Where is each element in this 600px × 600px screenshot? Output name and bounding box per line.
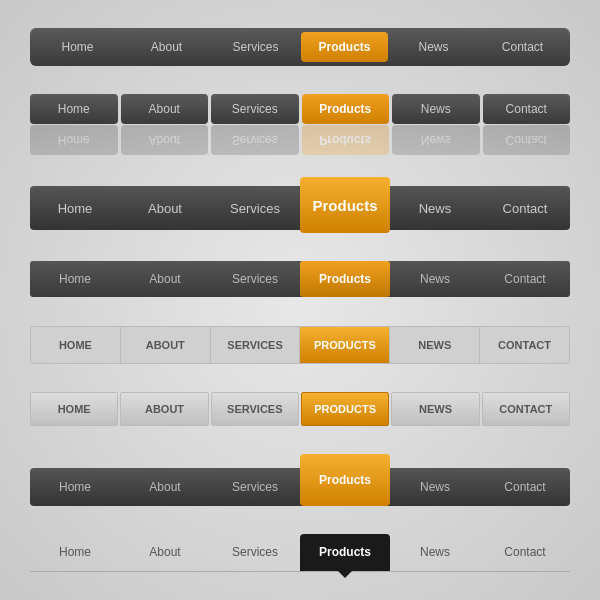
nav-products-5[interactable]: PRODUCTS <box>300 327 390 363</box>
nav-bar-2-wrap: Home About Services Products News Contac… <box>30 94 570 155</box>
nav-5: HOME ABOUT SERVICES PRODUCTS NEWS CONTAC… <box>30 326 570 364</box>
nav-contact-8[interactable]: Contact <box>480 534 570 571</box>
nav-contact[interactable]: Contact <box>479 32 566 62</box>
nav-services[interactable]: Services <box>212 32 299 62</box>
nav-news-7[interactable]: News <box>390 468 480 506</box>
nav-bar-8: Home About Services Products News Contac… <box>30 534 570 572</box>
nav-services-8[interactable]: Services <box>210 534 300 571</box>
nav-1: Home About Services Products News Contac… <box>30 28 570 66</box>
nav-news-8[interactable]: News <box>390 534 480 571</box>
nav-about[interactable]: About <box>123 32 210 62</box>
nav-home-3[interactable]: Home <box>30 186 120 230</box>
nav-products-7[interactable]: Products <box>300 454 390 506</box>
nav-bar-7: Home About Services Products News Contac… <box>30 454 570 506</box>
nav-contact-5[interactable]: CONTACT <box>480 327 569 363</box>
nav-news-4[interactable]: News <box>390 261 480 297</box>
nav-about-6[interactable]: ABOUT <box>120 392 208 426</box>
nav-home[interactable]: Home <box>34 32 121 62</box>
nav-home-8[interactable]: Home <box>30 534 120 571</box>
nav-3: Home About Services Products News Contac… <box>30 186 570 230</box>
nav-products-8[interactable]: Products <box>300 534 390 571</box>
nav-bar-6: HOME ABOUT SERVICES PRODUCTS NEWS CONTAC… <box>30 392 570 426</box>
nav-home-5[interactable]: HOME <box>31 327 121 363</box>
nav-about-4[interactable]: About <box>120 261 210 297</box>
nav-bar-4: Home About Services Products News Contac… <box>30 261 570 297</box>
nav-2: Home About Services Products News Contac… <box>30 94 570 124</box>
nav-services-6[interactable]: SERVICES <box>211 392 299 426</box>
nav-news-6[interactable]: NEWS <box>391 392 479 426</box>
nav-products-4[interactable]: Products <box>300 261 390 297</box>
nav-bar-3: Home About Services Products News Contac… <box>30 183 570 233</box>
nav-4: Home About Services Products News Contac… <box>30 261 570 297</box>
nav-home-7[interactable]: Home <box>30 468 120 506</box>
nav-home-4[interactable]: Home <box>30 261 120 297</box>
nav-about-8[interactable]: About <box>120 534 210 571</box>
nav-about-5[interactable]: ABOUT <box>121 327 211 363</box>
nav-products-2[interactable]: Products <box>302 94 390 124</box>
nav-news-3[interactable]: News <box>390 186 480 230</box>
nav-about-7[interactable]: About <box>120 468 210 506</box>
nav-services-2[interactable]: Services <box>211 94 299 124</box>
nav-contact-6[interactable]: CONTACT <box>482 392 570 426</box>
nav-services-5[interactable]: SERVICES <box>211 327 301 363</box>
nav-news[interactable]: News <box>390 32 477 62</box>
nav-home-2[interactable]: Home <box>30 94 118 124</box>
nav-about-3[interactable]: About <box>120 186 210 230</box>
nav-services-3[interactable]: Services <box>210 186 300 230</box>
nav-services-7[interactable]: Services <box>210 468 300 506</box>
nav-bar-5: HOME ABOUT SERVICES PRODUCTS NEWS CONTAC… <box>30 326 570 364</box>
nav-contact-3[interactable]: Contact <box>480 186 570 230</box>
nav-news-5[interactable]: NEWS <box>390 327 480 363</box>
nav-products[interactable]: Products <box>301 32 388 62</box>
nav-services-4[interactable]: Services <box>210 261 300 297</box>
nav-7: Home About Services Products News Contac… <box>30 468 570 506</box>
nav-2-reflection: Home About Services Products News Contac… <box>30 125 570 155</box>
nav-contact-2[interactable]: Contact <box>483 94 571 124</box>
nav-8: Home About Services Products News Contac… <box>30 534 570 572</box>
nav-contact-4[interactable]: Contact <box>480 261 570 297</box>
nav-6: HOME ABOUT SERVICES PRODUCTS NEWS CONTAC… <box>30 392 570 426</box>
nav-about-2[interactable]: About <box>121 94 209 124</box>
nav-products-3[interactable]: Products <box>300 177 390 233</box>
nav-news-2[interactable]: News <box>392 94 480 124</box>
nav-products-6[interactable]: PRODUCTS <box>301 392 389 426</box>
nav-home-6[interactable]: HOME <box>30 392 118 426</box>
nav-contact-7[interactable]: Contact <box>480 468 570 506</box>
nav-bar-1: Home About Services Products News Contac… <box>30 28 570 66</box>
